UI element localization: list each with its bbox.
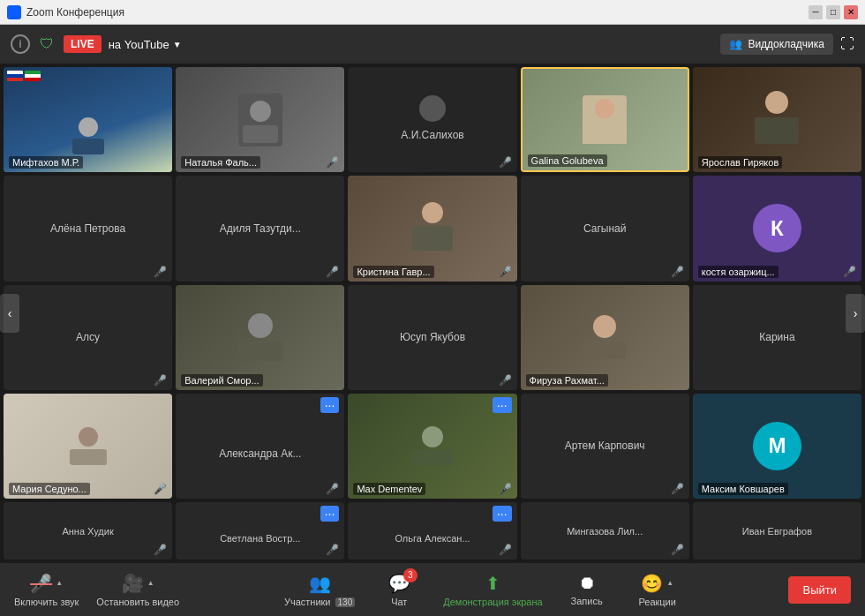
bottom-toolbar: 🎤 ▲ Включить звук 🎥 ▲ Остановить видео 👥… <box>0 563 865 616</box>
participant-name-valery: Валерий Смор... <box>181 374 262 387</box>
mute-icon-artem: 🎤 <box>671 483 684 495</box>
participant-name-miftakhov: Мифтахов М.Р. <box>9 156 83 169</box>
minimize-button[interactable]: ─ <box>809 5 823 19</box>
mute-icon-alena: 🎤 <box>154 266 167 278</box>
record-label: Запись <box>571 596 603 606</box>
info-icon[interactable]: i <box>11 34 30 54</box>
speaker-icon: 👥 <box>729 38 742 50</box>
participant-name-natalia: Наталья Фаль... <box>181 156 260 169</box>
mute-icon-alsu: 🎤 <box>154 374 167 387</box>
participant-name-svetlana: Светлана Востр... <box>218 531 302 545</box>
mute-icon-mingazova: 🎤 <box>671 544 684 556</box>
russian-flag <box>7 71 23 81</box>
window-controls[interactable]: ─ □ ✕ <box>809 5 858 19</box>
video-cell-firuza: Фируза Рахмат... <box>521 285 689 390</box>
participant-name-karina: Карина <box>756 327 798 347</box>
video-cell-sagynay: Сагынай 🎤 <box>521 176 689 281</box>
mute-icon-kristina: 🎤 <box>499 266 512 278</box>
close-button[interactable]: ✕ <box>844 5 858 19</box>
video-cell-alena: Алёна Петрова 🎤 <box>4 176 172 281</box>
exit-button[interactable]: Выйти <box>788 576 851 604</box>
participant-name-aleksandra: Александра Ак... <box>215 444 305 463</box>
chat-label: Чат <box>391 597 407 607</box>
avatar-maksim: М <box>753 422 801 470</box>
video-cell-natalia: 🎤 Наталья Фаль... <box>176 67 344 172</box>
reactions-button[interactable]: 😊 ▲ Реакции <box>631 573 684 607</box>
record-button[interactable]: ⏺ Запись <box>560 573 613 606</box>
participant-name-anna: Анна Худик <box>60 524 115 538</box>
participant-name-artem: Артем Карпович <box>561 436 649 455</box>
video-button[interactable]: 🎥 ▲ Остановить видео <box>96 573 179 607</box>
participant-name-alsu: Алсу <box>72 327 103 347</box>
video-cell-maria: 🎤 Мария Седуно... <box>4 394 172 499</box>
participants-count: 130 <box>335 597 356 607</box>
top-bar-left: i 🛡 LIVE на YouTube ▼ <box>11 34 182 54</box>
mute-icon-kostya: 🎤 <box>843 266 856 278</box>
more-options-olga[interactable]: ··· <box>493 506 512 522</box>
mic-button[interactable]: 🎤 ▲ Включить звук <box>14 573 79 607</box>
video-cell-kostya: К 🎤 костя озаржиц... <box>693 176 861 281</box>
video-cell-alsu: Алсу 🎤 <box>4 285 172 390</box>
participant-name-yaroslav: Ярослав Гиряков <box>698 156 782 169</box>
video-cell-mingazova: Мингазова Лил... 🎤 <box>521 502 689 560</box>
participant-name-max: Max Dementev <box>353 483 425 495</box>
next-page-button[interactable]: › <box>846 294 865 333</box>
mic-icon: 🎤 <box>30 573 52 594</box>
reactions-icon: 😊 <box>641 573 663 594</box>
share-screen-button[interactable]: ⬆ Демонстрация экрана <box>443 573 542 607</box>
more-options-svetlana[interactable]: ··· <box>320 506 340 522</box>
video-cell-yaroslav: Ярослав Гиряков <box>693 67 861 172</box>
video-cell-max: ··· 🎤 Max Dementev <box>348 394 516 499</box>
participant-name-kristina: Кристина Гавр... <box>353 266 433 278</box>
video-cell-kristina: 🎤 Кристина Гавр... <box>348 176 516 281</box>
participants-label: Участники 130 <box>284 597 355 607</box>
participant-name-kostya: костя озаржиц... <box>698 266 778 278</box>
participants-icon-wrap: 👥 <box>309 573 331 594</box>
mic-caret-icon: ▲ <box>56 579 63 587</box>
video-label: Остановить видео <box>96 597 179 607</box>
toolbar-center: 👥 Участники 130 💬 3 Чат ⬆ Демонстрация э… <box>284 573 684 607</box>
window-title: Zoom Конференция <box>26 6 803 19</box>
participant-name-firuza: Фируза Рахмат... <box>526 374 608 387</box>
maximize-button[interactable]: □ <box>826 5 840 19</box>
video-cell-miftakhov: Мифтахов М.Р. <box>4 67 172 172</box>
reactions-label: Реакции <box>638 597 676 607</box>
flag-icons <box>7 71 41 81</box>
youtube-label[interactable]: на YouTube ▼ <box>109 38 182 51</box>
participants-button[interactable]: 👥 Участники 130 <box>284 573 355 607</box>
video-cell-galina: Galina Golubeva <box>521 67 689 172</box>
video-cell-karina: Карина <box>693 285 861 390</box>
participant-name-ivan: Иван Евграфов <box>741 524 814 538</box>
participant-name-galina: Galina Golubeva <box>528 154 607 167</box>
reactions-caret-icon: ▲ <box>666 579 673 587</box>
participants-icon: 👥 <box>309 573 331 594</box>
video-cell-svetlana: ··· Светлана Востр... 🎤 <box>176 502 344 560</box>
mute-icon-max: 🎤 <box>499 483 512 495</box>
prev-page-button[interactable]: ‹ <box>0 294 19 333</box>
title-bar: Zoom Конференция ─ □ ✕ <box>0 0 865 25</box>
video-caret-icon: ▲ <box>147 579 154 587</box>
mute-icon-adilya: 🎤 <box>326 266 339 278</box>
video-cell-ivan: Иван Евграфов <box>693 502 861 560</box>
more-options-aleksandra[interactable]: ··· <box>320 397 340 413</box>
participant-name-yusup: Юсуп Якубов <box>396 327 469 347</box>
mute-icon-sagynay: 🎤 <box>671 266 684 278</box>
live-badge: LIVE <box>64 35 102 53</box>
participant-name-maksim: Максим Ковшарев <box>698 483 788 495</box>
main-content: ‹ Мифтахов М.Р. � <box>0 64 865 563</box>
video-cell-aleksandra: ··· Александра Ак... 🎤 <box>176 394 344 499</box>
top-bar-right: 👥 Виддокладчика ⛶ <box>720 34 854 55</box>
video-cell-anna: Анна Худик 🎤 <box>4 502 172 560</box>
tatarstan-flag <box>25 71 41 81</box>
chat-badge: 3 <box>403 568 417 582</box>
speaker-view-button[interactable]: 👥 Виддокладчика <box>720 34 833 55</box>
chat-button[interactable]: 💬 3 Чат <box>372 573 425 607</box>
participant-name-salihov: А.И.Салихов <box>397 125 467 145</box>
mute-icon-yusup: 🎤 <box>499 374 512 387</box>
chat-icon-wrap: 💬 3 <box>388 573 410 594</box>
avatar-kostya: К <box>753 204 801 252</box>
fullscreen-button[interactable]: ⛶ <box>840 36 854 52</box>
participant-name-maria: Мария Седуно... <box>9 483 90 495</box>
app-icon <box>7 5 21 19</box>
mute-icon-anna: 🎤 <box>154 544 167 556</box>
